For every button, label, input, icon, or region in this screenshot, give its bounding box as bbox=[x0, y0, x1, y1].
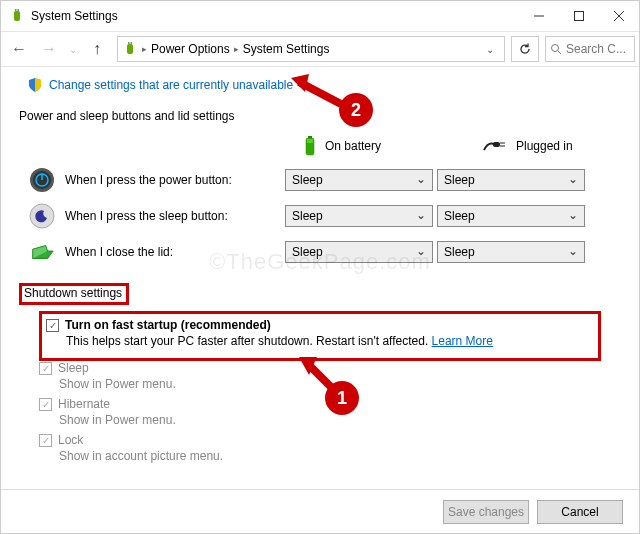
window-title: System Settings bbox=[31, 9, 118, 23]
select-power-plugged[interactable]: Sleep bbox=[437, 169, 585, 191]
svg-rect-2 bbox=[18, 9, 20, 11]
column-header-plugged-label: Plugged in bbox=[516, 139, 573, 153]
svg-point-10 bbox=[552, 45, 559, 52]
svg-rect-4 bbox=[575, 12, 584, 21]
row-lid: When I close the lid: Sleep Sleep bbox=[19, 239, 621, 265]
search-placeholder: Search C... bbox=[566, 42, 626, 56]
select-lid-battery[interactable]: Sleep bbox=[285, 241, 433, 263]
plug-icon bbox=[482, 138, 508, 154]
lid-icon bbox=[29, 239, 55, 265]
breadcrumb-system-settings[interactable]: System Settings bbox=[243, 42, 330, 56]
navbar: ← → ⌄ ↑ ▸ Power Options ▸ System Setting… bbox=[1, 31, 639, 67]
shield-icon bbox=[27, 77, 43, 93]
checkbox-sleep-label: Sleep bbox=[58, 361, 89, 375]
learn-more-link[interactable]: Learn More bbox=[432, 334, 493, 348]
cancel-button[interactable]: Cancel bbox=[537, 500, 623, 524]
close-button[interactable] bbox=[599, 1, 639, 31]
checkbox-lock-label: Lock bbox=[58, 433, 83, 447]
fast-startup-highlight: ✓ Turn on fast startup (recommended) Thi… bbox=[39, 311, 601, 361]
svg-rect-8 bbox=[128, 42, 130, 44]
svg-line-11 bbox=[558, 51, 561, 54]
select-sleep-battery[interactable]: Sleep bbox=[285, 205, 433, 227]
footer: Save changes Cancel bbox=[1, 489, 639, 533]
power-button-icon bbox=[29, 167, 55, 193]
forward-button[interactable]: → bbox=[35, 35, 63, 63]
search-icon bbox=[550, 43, 562, 55]
change-settings-label: Change settings that are currently unava… bbox=[49, 78, 293, 92]
search-input[interactable]: Search C... bbox=[545, 36, 635, 62]
addressbar[interactable]: ▸ Power Options ▸ System Settings ⌄ bbox=[117, 36, 505, 62]
fast-startup-desc: This helps start your PC faster after sh… bbox=[66, 334, 594, 348]
power-plan-icon bbox=[122, 41, 138, 57]
row-power-button: When I press the power button: Sleep Sle… bbox=[19, 167, 621, 193]
checkbox-lock: ✓ Lock bbox=[39, 433, 621, 447]
battery-icon bbox=[303, 135, 317, 157]
address-dropdown[interactable]: ⌄ bbox=[480, 44, 500, 55]
maximize-button[interactable] bbox=[559, 1, 599, 31]
checkbox-fast-startup-label: Turn on fast startup (recommended) bbox=[65, 318, 271, 332]
checkbox-lock-desc: Show in account picture menu. bbox=[59, 449, 621, 463]
svg-rect-15 bbox=[493, 142, 500, 147]
content: Change settings that are currently unava… bbox=[1, 67, 639, 463]
checkbox-hibernate-desc: Show in Power menu. bbox=[59, 413, 621, 427]
checkbox-hibernate-label: Hibernate bbox=[58, 397, 110, 411]
power-plan-icon bbox=[9, 8, 25, 24]
select-power-battery[interactable]: Sleep bbox=[285, 169, 433, 191]
up-button[interactable]: ↑ bbox=[83, 35, 111, 63]
shutdown-settings-title: Shutdown settings bbox=[19, 283, 129, 305]
back-button[interactable]: ← bbox=[5, 35, 33, 63]
save-button[interactable]: Save changes bbox=[443, 500, 529, 524]
svg-rect-9 bbox=[131, 42, 133, 44]
svg-rect-1 bbox=[15, 9, 17, 11]
select-lid-plugged[interactable]: Sleep bbox=[437, 241, 585, 263]
annotation-marker-2: 2 bbox=[339, 93, 373, 127]
refresh-button[interactable] bbox=[511, 36, 539, 62]
annotation-marker-1: 1 bbox=[325, 381, 359, 415]
chevron-right-icon: ▸ bbox=[142, 44, 147, 54]
titlebar: System Settings bbox=[1, 1, 639, 31]
row-sleep-label: When I press the sleep button: bbox=[65, 209, 285, 223]
row-power-label: When I press the power button: bbox=[65, 173, 285, 187]
minimize-button[interactable] bbox=[519, 1, 559, 31]
sleep-button-icon bbox=[29, 203, 55, 229]
section-label: Power and sleep buttons and lid settings bbox=[19, 109, 621, 123]
history-dropdown[interactable]: ⌄ bbox=[65, 44, 81, 55]
column-header-battery: On battery bbox=[303, 135, 442, 157]
row-sleep-button: When I press the sleep button: Sleep Sle… bbox=[19, 203, 621, 229]
column-header-plugged: Plugged in bbox=[482, 135, 621, 157]
chevron-right-icon: ▸ bbox=[234, 44, 239, 54]
select-sleep-plugged[interactable]: Sleep bbox=[437, 205, 585, 227]
column-header-battery-label: On battery bbox=[325, 139, 381, 153]
breadcrumb-power-options[interactable]: Power Options bbox=[151, 42, 230, 56]
svg-rect-0 bbox=[14, 11, 20, 21]
checkbox-fast-startup[interactable]: ✓ Turn on fast startup (recommended) bbox=[46, 318, 594, 332]
svg-rect-14 bbox=[307, 139, 313, 143]
svg-rect-13 bbox=[308, 136, 312, 138]
row-lid-label: When I close the lid: bbox=[65, 245, 285, 259]
svg-rect-7 bbox=[127, 44, 133, 54]
